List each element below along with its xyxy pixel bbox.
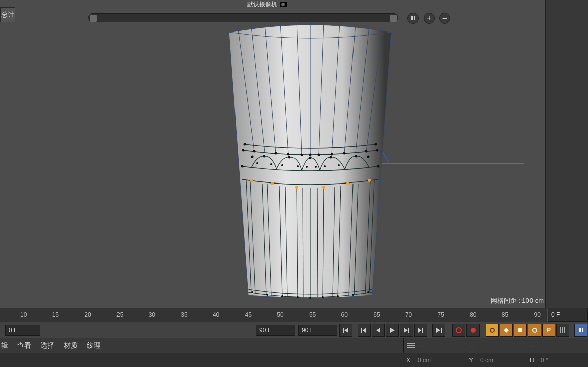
grid-spacing-label: 网格间距 : 100 cm	[491, 296, 544, 305]
svg-marker-79	[376, 328, 380, 333]
keyframe-selection-button[interactable]	[486, 324, 499, 337]
menu-texture[interactable]: 纹理	[87, 341, 101, 350]
viewport-zoom-in-button[interactable]: +	[424, 13, 435, 24]
menu-material[interactable]: 材质	[64, 341, 78, 350]
svg-point-63	[322, 186, 325, 189]
svg-point-49	[309, 157, 312, 159]
ruler-tick: 35	[181, 311, 187, 318]
svg-point-32	[275, 152, 277, 155]
svg-point-56	[306, 166, 308, 168]
svg-point-89	[490, 328, 494, 332]
camera-icon	[280, 2, 287, 7]
ruler-tick: 70	[405, 311, 412, 318]
svg-point-69	[297, 296, 299, 298]
svg-point-46	[377, 165, 380, 168]
prev-key-button[interactable]	[358, 324, 371, 337]
status-x-value: 0 cm	[418, 357, 431, 364]
svg-point-31	[253, 150, 256, 153]
ruler-tick: 25	[116, 311, 123, 318]
viewport[interactable]: 默认摄像机 + −	[0, 0, 545, 308]
svg-rect-96	[562, 329, 563, 331]
gear-icon	[489, 327, 495, 333]
model-cup[interactable]	[222, 20, 398, 302]
play-icon	[389, 327, 395, 333]
scale-key-button[interactable]	[514, 324, 527, 337]
svg-point-51	[355, 155, 358, 158]
current-frame-spinner[interactable]: 90 F	[298, 325, 337, 336]
ruler-tick: 50	[277, 311, 283, 318]
menu-select[interactable]: 选择	[40, 341, 54, 350]
prev-frame-icon	[375, 327, 381, 333]
list-icon	[407, 342, 415, 349]
start-frame-field[interactable]: 0 F	[5, 325, 40, 336]
svg-point-30	[244, 143, 246, 146]
svg-rect-98	[560, 331, 561, 333]
next-key-button[interactable]	[414, 324, 427, 337]
next-frame-button[interactable]	[400, 324, 413, 337]
svg-point-60	[250, 179, 253, 182]
go-to-start-button[interactable]	[339, 324, 352, 337]
info-dash-2: --	[469, 342, 474, 349]
svg-rect-93	[562, 327, 563, 329]
svg-marker-83	[418, 328, 421, 333]
key-mode-button[interactable]	[556, 324, 569, 337]
svg-point-48	[288, 156, 291, 159]
menu-view[interactable]: 查看	[17, 341, 31, 350]
menu-edit[interactable]: 辑	[1, 341, 8, 350]
info-dash-1: --	[419, 342, 423, 349]
svg-rect-103	[582, 328, 583, 332]
rotation-key-button[interactable]	[528, 324, 541, 337]
end-frame-spinner[interactable]: 90 F	[256, 325, 295, 336]
autokey-button[interactable]	[466, 324, 480, 337]
svg-rect-92	[560, 327, 561, 329]
viewport-zoom-out-button[interactable]: −	[439, 13, 450, 24]
svg-point-39	[365, 150, 368, 153]
svg-point-61	[271, 182, 274, 185]
svg-rect-90	[518, 328, 522, 332]
svg-marker-80	[390, 328, 395, 333]
p-icon: P	[547, 327, 551, 334]
svg-point-34	[301, 154, 303, 156]
scale-icon	[517, 327, 523, 333]
prev-frame-button[interactable]	[372, 324, 385, 337]
ruler-tick: 20	[84, 311, 91, 318]
svg-point-54	[281, 164, 283, 166]
ruler-tick: 30	[149, 311, 155, 318]
rotate-icon	[532, 327, 538, 333]
x-axis-gizmo	[378, 163, 524, 164]
play-button[interactable]	[386, 324, 399, 337]
svg-point-71	[322, 296, 324, 298]
record-button[interactable]	[452, 324, 465, 337]
total-button[interactable]: 总计	[0, 7, 15, 22]
position-key-button[interactable]	[500, 324, 513, 337]
ruler-tick: 60	[341, 311, 348, 318]
viewport-pause-button[interactable]	[407, 13, 419, 24]
go-to-end-button[interactable]	[432, 324, 445, 337]
camera-label-text: 默认摄像机	[247, 1, 277, 8]
svg-rect-82	[408, 328, 409, 333]
extra-button[interactable]	[574, 324, 587, 337]
svg-point-45	[241, 165, 244, 168]
move-icon	[503, 327, 509, 333]
svg-rect-1	[414, 16, 415, 20]
svg-point-50	[330, 156, 332, 159]
svg-marker-76	[344, 328, 348, 333]
frame-readout[interactable]: 0 F	[548, 308, 588, 322]
svg-point-59	[338, 164, 340, 166]
ruler-tick: 90	[534, 311, 541, 318]
ruler-tick: 45	[245, 311, 252, 318]
next-frame-icon	[403, 327, 410, 333]
ruler-tick: 15	[52, 311, 59, 318]
scrubber-knob-left[interactable]	[90, 15, 97, 22]
svg-point-38	[343, 152, 346, 155]
parameter-key-button[interactable]: P	[542, 324, 555, 337]
svg-rect-101	[579, 328, 580, 332]
timeline-ruler[interactable]: 1015202530354045505560657075808590	[0, 308, 547, 322]
status-bar: X 0 cm Y 0 cm H 0 °	[0, 353, 588, 367]
go-end-icon	[435, 327, 442, 333]
playback-bar: 0 F 90 F 90 F P	[0, 322, 588, 338]
svg-rect-104	[407, 343, 415, 344]
go-start-icon	[342, 327, 349, 333]
status-x-label: X	[406, 357, 410, 364]
svg-point-88	[471, 328, 476, 333]
